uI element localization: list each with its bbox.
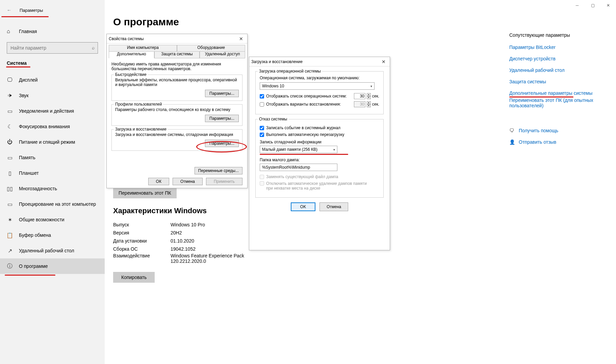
profiles-settings-button[interactable]: Параметры... (205, 115, 239, 122)
search-input[interactable] (7, 42, 98, 54)
annotation-underline (6, 66, 30, 67)
back-icon[interactable]: ← (7, 7, 11, 13)
related-title: Сопутствующие параметры (509, 32, 597, 38)
sidebar-item-shared[interactable]: ✶Общие возможности (0, 212, 105, 227)
remote-icon: ↗ (7, 248, 13, 254)
tablet-icon: ▯ (7, 170, 13, 176)
group-legend: Загрузка операционной системы (258, 69, 322, 74)
chat-icon: ▭ (7, 108, 13, 114)
link-system-protection[interactable]: Защита системы (509, 79, 597, 84)
performance-group: Быстродействие Визуальные эффекты, испол… (111, 75, 242, 101)
maximize-button[interactable]: ▢ (585, 0, 600, 11)
sidebar-item-notifications[interactable]: ▭Уведомления и действия (0, 103, 105, 119)
spin-down-icon: ▼ (367, 104, 371, 107)
close-button[interactable]: ✕ (600, 0, 616, 11)
annotation-underline (5, 275, 55, 276)
show-recovery-label: Отображать варианты восстановления: (266, 102, 341, 107)
moon-icon: ☾ (7, 123, 13, 130)
link-bitlocker[interactable]: Параметры BitLocker (509, 45, 597, 50)
dialog-titlebar[interactable]: Загрузка и восстановление ✕ (249, 57, 390, 66)
sound-icon: 🕩 (7, 92, 13, 99)
link-remote-desktop[interactable]: Удаленный рабочий стол (509, 67, 597, 73)
sidebar-item-remote[interactable]: ↗Удаленный рабочий стол (0, 243, 105, 258)
sidebar-item-display[interactable]: 🖵Дисплей (0, 72, 105, 88)
multitask-icon: ▯▯ (7, 186, 13, 192)
link-get-help[interactable]: Получить помощь (519, 128, 558, 133)
display-icon: 🖵 (7, 77, 13, 83)
startup-settings-button[interactable]: Параметры... (205, 140, 239, 147)
page-title: О программе (113, 16, 616, 28)
sidebar-home-label: Главная (19, 29, 37, 34)
link-rename-pc-advanced[interactable]: Переименовать этот ПК (для опытных польз… (509, 97, 597, 108)
sidebar-item-storage[interactable]: ▭Память (0, 150, 105, 165)
link-send-feedback[interactable]: Отправить отзыв (519, 139, 556, 145)
sidebar-home[interactable]: ⌂ Главная (0, 25, 105, 38)
ok-button[interactable]: ОК (148, 178, 169, 185)
dump-folder-label: Папка малого дампа: (260, 158, 379, 162)
annotation-underline (1, 16, 49, 17)
spec-row: Версия20H2 (113, 229, 258, 237)
spec-row: Сборка ОС19042.1052 (113, 245, 258, 253)
tab-computer-name[interactable]: Имя компьютера (109, 45, 177, 51)
sidebar-item-about[interactable]: ⓘО программе (0, 258, 105, 274)
show-os-list-label: Отображать список операционных систем: (266, 94, 347, 99)
sidebar-item-sound[interactable]: 🕩Звук (0, 88, 105, 103)
tab-hardware[interactable]: Оборудование (177, 45, 245, 51)
spin-up-icon[interactable]: ▲ (367, 93, 371, 96)
tab-advanced[interactable]: Дополнительно (109, 52, 154, 58)
ok-button[interactable]: OK (291, 202, 315, 211)
show-os-list-checkbox[interactable] (260, 94, 264, 99)
link-advanced-settings[interactable]: Дополнительные параметры системы (509, 90, 597, 96)
window-controls: ─ ▢ ✕ (569, 0, 616, 11)
sidebar-item-multitasking[interactable]: ▯▯Многозадачность (0, 181, 105, 196)
os-list-timeout-input[interactable] (354, 93, 365, 99)
spin-up-icon: ▲ (367, 101, 371, 104)
sidebar-item-tablet[interactable]: ▯Планшет (0, 165, 105, 181)
startup-recovery-dialog: Загрузка и восстановление ✕ Загрузка опе… (249, 57, 390, 250)
spec-row: ВзаимодействиеWindows Feature Experience… (113, 253, 258, 264)
project-icon: ▭ (7, 201, 13, 207)
dialog-titlebar[interactable]: Свойства системы ✕ (107, 34, 247, 44)
apply-button: Применить (206, 178, 242, 185)
show-recovery-checkbox[interactable] (260, 102, 264, 107)
sidebar-section-label: Система (0, 54, 105, 66)
sidebar-item-focus[interactable]: ☾Фокусировка внимания (0, 119, 105, 134)
overwrite-checkbox (260, 175, 264, 179)
close-icon[interactable]: ✕ (380, 59, 388, 64)
tab-protection[interactable]: Защита системы (154, 52, 200, 58)
related-links: Сопутствующие параметры Параметры BitLoc… (509, 32, 597, 151)
link-device-manager[interactable]: Диспетчер устройств (509, 56, 597, 61)
auto-restart-checkbox[interactable] (260, 133, 264, 137)
dialog-title: Свойства системы (109, 36, 144, 41)
spin-down-icon[interactable]: ▼ (367, 96, 371, 99)
boot-group: Загрузка операционной системы Операционн… (255, 71, 384, 114)
sidebar-item-clipboard[interactable]: 📋Буфер обмена (0, 227, 105, 243)
search-icon[interactable]: ⌕ (92, 45, 95, 50)
sidebar: ← Параметры ⌂ Главная ⌕ Система 🖵Дисплей… (0, 0, 105, 364)
sidebar-item-projecting[interactable]: ▭Проецирование на этот компьютер (0, 196, 105, 212)
close-icon[interactable]: ✕ (237, 36, 245, 41)
recovery-timeout-input (354, 101, 365, 107)
log-event-checkbox[interactable] (260, 126, 264, 130)
info-icon: ⓘ (7, 263, 13, 270)
clipboard-icon: 📋 (7, 232, 13, 239)
group-legend: Загрузка и восстановление (114, 127, 168, 132)
dump-folder-input[interactable] (260, 164, 337, 171)
help-icon: 🗨 (509, 128, 517, 133)
group-legend: Профили пользователей (114, 102, 163, 107)
minimize-button[interactable]: ─ (569, 0, 585, 11)
startup-group: Загрузка и восстановление Загрузка и вос… (111, 129, 242, 151)
sidebar-item-power[interactable]: ⏻Питание и спящий режим (0, 134, 105, 150)
copy-button[interactable]: Копировать (113, 272, 155, 283)
profiles-group: Профили пользователей Параметры рабочего… (111, 104, 242, 126)
rename-pc-button[interactable]: Переименовать этот ПК (113, 188, 177, 198)
group-legend: Отказ системы (258, 117, 288, 121)
default-os-combo[interactable]: Windows 10▾ (260, 82, 375, 90)
tab-remote[interactable]: Удаленный доступ (200, 52, 245, 58)
cancel-button[interactable]: Отмена (173, 178, 203, 185)
env-vars-button[interactable]: Переменные среды... (195, 167, 242, 174)
cancel-button[interactable]: Отмена (319, 202, 348, 211)
dump-type-combo[interactable]: Малый дамп памяти (256 КВ)▾ (260, 146, 337, 153)
performance-settings-button[interactable]: Параметры... (205, 90, 239, 97)
dump-label: Запись отладочной информации (260, 140, 379, 144)
